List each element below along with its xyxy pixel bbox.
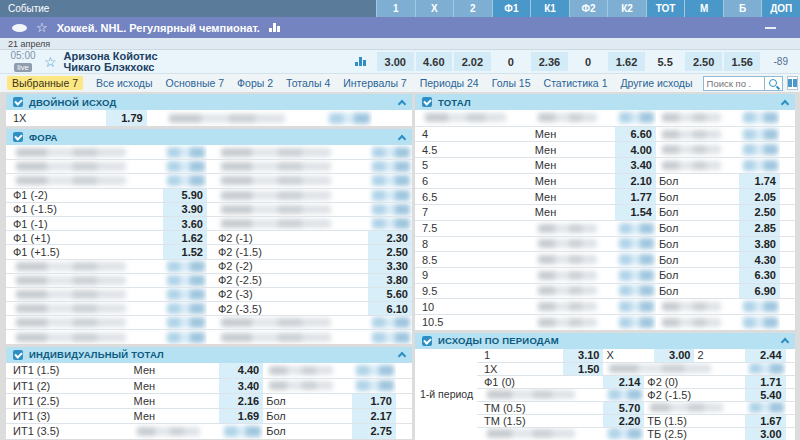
checkbox-icon[interactable] xyxy=(422,336,432,346)
margin-value[interactable]: -89 xyxy=(762,52,799,71)
odd-value[interactable]: 1.54 xyxy=(615,205,656,220)
odd-value[interactable]: 1.70 xyxy=(352,394,396,408)
tab-периоды-24[interactable]: Периоды 24 xyxy=(420,77,479,89)
odd-value[interactable]: 5.40 xyxy=(745,389,786,401)
odd-value[interactable]: 1.50 xyxy=(563,363,604,375)
odd-value[interactable]: 5.60 xyxy=(368,288,412,301)
column-header-2[interactable]: 2 xyxy=(453,0,492,17)
tab-все-исходы[interactable]: Все исходы xyxy=(96,77,153,89)
odd-value[interactable]: 3.00 xyxy=(745,428,786,440)
column-header-Б[interactable]: Б xyxy=(723,0,762,17)
tab-интервалы-7[interactable]: Интервалы 7 xyxy=(343,77,406,89)
odd-value[interactable]: 1.62 xyxy=(163,231,207,244)
odd-cell[interactable]: 2.50 xyxy=(685,52,722,71)
odd-value[interactable]: 2.50 xyxy=(739,205,780,220)
odd-value[interactable]: 1.52 xyxy=(163,245,207,258)
search-button[interactable] xyxy=(765,76,783,91)
odd-value[interactable]: 2.20 xyxy=(603,415,644,427)
event-statistics-icon[interactable] xyxy=(355,57,366,66)
odd-value[interactable]: 1.79 xyxy=(106,110,146,126)
tab-основные-7[interactable]: Основные 7 xyxy=(166,77,225,89)
odd-cell[interactable]: 0 xyxy=(493,52,530,71)
column-header-М[interactable]: М xyxy=(684,0,723,17)
odd-value[interactable]: 2.85 xyxy=(739,221,780,236)
tab-статистика-1[interactable]: Статистика 1 xyxy=(544,77,608,89)
odd-value[interactable]: 6.90 xyxy=(739,284,780,299)
column-header-К1[interactable]: К1 xyxy=(530,0,569,17)
column-header-X[interactable]: X xyxy=(415,0,454,17)
odd-value[interactable]: 5.90 xyxy=(163,189,207,202)
odd-value[interactable]: 4.40 xyxy=(219,363,263,378)
column-header-1[interactable]: 1 xyxy=(376,0,415,17)
odd-value[interactable]: 3.40 xyxy=(615,158,656,173)
checkbox-icon[interactable] xyxy=(13,350,23,360)
chevron-up-icon[interactable] xyxy=(781,338,789,346)
odd-value[interactable]: 3.90 xyxy=(163,203,207,216)
tab-выбранные-7[interactable]: Выбранные 7 xyxy=(7,76,83,90)
chevron-up-icon[interactable] xyxy=(398,134,406,142)
checkbox-icon[interactable] xyxy=(13,97,23,107)
odd-value[interactable]: 2.05 xyxy=(739,189,780,204)
event-teams-link[interactable]: Аризона Койотис Чикаго Блэкхокс xyxy=(64,51,158,73)
odd-value[interactable]: 6.60 xyxy=(615,127,656,142)
column-header-К2[interactable]: К2 xyxy=(607,0,646,17)
tab-форы-2[interactable]: Форы 2 xyxy=(237,77,273,89)
odd-value[interactable]: 6.10 xyxy=(368,302,412,315)
column-header-Ф1[interactable]: Ф1 xyxy=(492,0,531,17)
checkbox-icon[interactable] xyxy=(13,132,23,142)
column-header-Ф2[interactable]: Ф2 xyxy=(569,0,608,17)
odd-cell[interactable]: 2.36 xyxy=(531,52,568,71)
search-input[interactable] xyxy=(703,76,765,91)
tab-голы-15[interactable]: Голы 15 xyxy=(492,77,531,89)
bet-row: Ф1 (+1)1.62Ф2 (-1)2.30 xyxy=(6,230,412,244)
other-outcomes-link[interactable]: Другие исходы xyxy=(620,77,692,89)
column-header-ДОП[interactable]: ДОП xyxy=(761,0,800,17)
odd-value[interactable]: 2.75 xyxy=(352,424,396,438)
odd-value[interactable]: 1.67 xyxy=(745,415,786,427)
odd-value[interactable]: 2.14 xyxy=(603,376,644,388)
odd-value[interactable]: 2.30 xyxy=(368,231,412,244)
tab-тоталы-4[interactable]: Тоталы 4 xyxy=(286,77,330,89)
odd-value[interactable]: 4.00 xyxy=(615,142,656,157)
odd-value[interactable]: 3.10 xyxy=(563,349,604,362)
odd-cell[interactable]: 0 xyxy=(570,52,607,71)
odd-value[interactable]: 1.77 xyxy=(615,189,656,204)
censored-cell xyxy=(163,288,207,301)
odd-cell[interactable]: 4.60 xyxy=(416,52,453,71)
two-column-view-icon[interactable] xyxy=(787,76,798,90)
chevron-up-icon[interactable] xyxy=(781,99,789,107)
favorite-star-icon[interactable]: ☆ xyxy=(44,54,57,70)
chevron-up-icon[interactable] xyxy=(398,352,406,360)
odd-value[interactable]: 3.40 xyxy=(219,379,263,393)
odd-value[interactable]: 6.30 xyxy=(739,268,780,283)
odd-value[interactable]: 3.80 xyxy=(368,274,412,287)
odd-cell[interactable]: 1.56 xyxy=(724,52,761,71)
odd-cell[interactable]: 5.5 xyxy=(647,52,684,71)
odd-value[interactable]: 3.30 xyxy=(368,260,412,273)
odd-value[interactable]: 2.44 xyxy=(745,349,786,362)
odd-value[interactable]: 2.17 xyxy=(352,409,396,423)
odd-value[interactable]: 2.10 xyxy=(615,174,656,189)
odd-value[interactable]: 1.74 xyxy=(739,174,780,189)
column-header-ТОТ[interactable]: ТОТ xyxy=(646,0,685,17)
odd-value[interactable]: 1.69 xyxy=(219,409,263,423)
odd-value[interactable]: 5.70 xyxy=(603,402,644,414)
censored-cell xyxy=(352,379,396,393)
chevron-up-icon[interactable] xyxy=(398,99,406,107)
odd-cell[interactable]: 1.62 xyxy=(608,52,645,71)
censored-cell xyxy=(656,127,739,142)
collapse-minus-icon[interactable] xyxy=(765,27,776,29)
statistics-icon[interactable] xyxy=(269,23,280,32)
odd-cell[interactable]: 2.02 xyxy=(454,52,491,71)
section-title: ТОТАЛ xyxy=(438,97,471,108)
odd-value[interactable]: 2.50 xyxy=(368,245,412,258)
odd-value[interactable]: 1.71 xyxy=(745,376,786,388)
odd-value[interactable]: 3.60 xyxy=(163,217,207,230)
odd-value[interactable]: 3.80 xyxy=(739,237,780,252)
odd-value[interactable]: 4.30 xyxy=(739,252,780,267)
odd-cell[interactable]: 3.00 xyxy=(377,52,414,71)
odd-value[interactable]: 2.16 xyxy=(219,394,263,408)
checkbox-icon[interactable] xyxy=(422,97,432,107)
odd-value[interactable]: 3.00 xyxy=(654,349,695,362)
favorite-star-icon[interactable]: ☆ xyxy=(36,21,48,34)
